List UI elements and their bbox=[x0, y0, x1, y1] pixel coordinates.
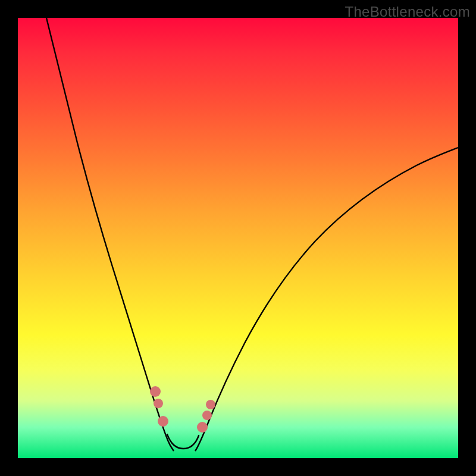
chart-frame: TheBottleneck.com bbox=[0, 0, 476, 476]
marker-dot bbox=[150, 386, 161, 397]
bottom-marker-band bbox=[167, 434, 199, 449]
marker-dot bbox=[206, 400, 215, 409]
marker-dot bbox=[202, 411, 212, 420]
watermark-text: TheBottleneck.com bbox=[345, 4, 470, 20]
plot-area bbox=[18, 18, 458, 458]
curve-svg bbox=[18, 18, 458, 458]
marker-dot bbox=[197, 422, 208, 433]
curve-left bbox=[46, 18, 174, 451]
curve-right bbox=[195, 148, 458, 451]
marker-dot bbox=[158, 416, 168, 427]
marker-dot bbox=[154, 399, 163, 408]
